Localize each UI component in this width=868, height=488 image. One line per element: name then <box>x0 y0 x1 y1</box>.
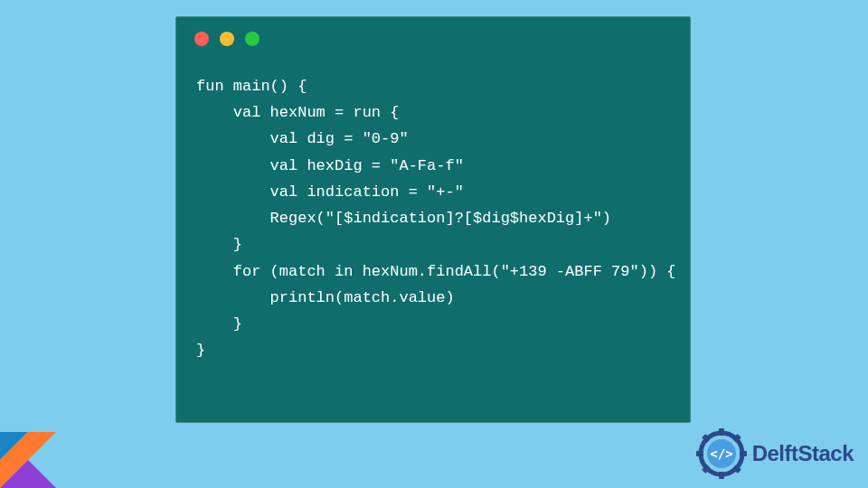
minimize-icon <box>220 32 234 46</box>
code-block: fun main() { val hexNum = run { val dig … <box>176 57 690 380</box>
svg-rect-7 <box>696 451 703 456</box>
window-controls <box>176 17 690 57</box>
brand-name: DelftStack <box>752 441 854 466</box>
code-window: fun main() { val hexNum = run { val dig … <box>175 16 691 423</box>
svg-rect-6 <box>719 472 724 479</box>
delftstack-gear-icon: </> <box>696 428 747 479</box>
brand-logo: </> DelftStack <box>696 428 854 479</box>
kotlin-logo-icon <box>0 432 56 488</box>
maximize-icon <box>245 32 259 46</box>
close-icon <box>194 32 209 46</box>
svg-rect-5 <box>719 428 724 436</box>
svg-rect-8 <box>740 451 747 456</box>
svg-text:</>: </> <box>710 446 732 461</box>
